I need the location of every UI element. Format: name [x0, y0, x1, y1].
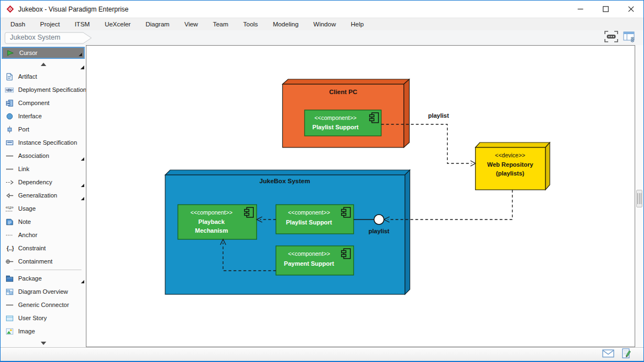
menu-team[interactable]: Team: [208, 21, 238, 28]
toolbox-divider: [14, 270, 81, 270]
status-bar: [1, 347, 643, 361]
usage-icon: «u»: [5, 204, 14, 213]
sidebar-item-link[interactable]: Link: [1, 162, 86, 175]
sidebar-item-usage[interactable]: «u» Usage: [1, 202, 86, 215]
sidebar-item-image[interactable]: Image: [1, 325, 86, 338]
flyout-indicator: [80, 65, 84, 69]
sidebar-item-artifact[interactable]: Artifact: [1, 70, 86, 83]
menu-modeling[interactable]: Modeling: [268, 21, 308, 28]
main-area: Cursor Artifact ‹ds› Deployment Specific…: [1, 45, 643, 347]
menu-itsm[interactable]: ITSM: [69, 21, 99, 28]
sidebar-item-component[interactable]: Component: [1, 96, 86, 109]
svg-text:{..}: {..}: [6, 245, 13, 251]
menu-window[interactable]: Window: [308, 21, 345, 28]
diagram-toolbox: Cursor Artifact ‹ds› Deployment Specific…: [1, 45, 86, 347]
sidebar-item-note[interactable]: Note: [1, 215, 86, 228]
component-playlist-support-client[interactable]: <<component>> Playlist Support: [304, 110, 381, 136]
component-playlist-support[interactable]: <<component>> Playlist Support: [276, 205, 353, 234]
sidebar-item-diagram-overview[interactable]: Diagram Overview: [1, 285, 86, 298]
minimize-button[interactable]: [567, 1, 593, 18]
node-stereotype: <<device>>: [495, 152, 525, 158]
anchor-icon: [5, 231, 14, 239]
node-title: JukeBox System: [259, 178, 310, 184]
component-stereotype: <<component>>: [314, 114, 357, 121]
app-window: Jukebox - Visual Paradigm Enterprise Das…: [0, 0, 644, 362]
sidebar-item-interface[interactable]: Interface: [1, 109, 86, 123]
sidebar-item-cursor[interactable]: Cursor: [2, 47, 85, 59]
diagram-overview-icon: [5, 287, 14, 296]
window-title: Jukebox - Visual Paradigm Enterprise: [18, 6, 129, 13]
maximize-button[interactable]: [593, 1, 618, 18]
sidebar-item-dependency[interactable]: Dependency: [1, 175, 86, 189]
sidebar-item-package[interactable]: Package: [1, 272, 86, 285]
node-client-pc[interactable]: Client PC <<component>> Playlist Support: [282, 79, 409, 147]
sidebar-item-port[interactable]: Port: [1, 123, 86, 136]
flyout-indicator: [81, 184, 84, 187]
fit-to-window-icon[interactable]: [604, 31, 618, 45]
sidebar-item-constraint[interactable]: {..} Constraint: [1, 242, 86, 255]
image-icon: [5, 327, 14, 336]
scroll-up-button[interactable]: [1, 59, 86, 70]
component-name: Playlist Support: [313, 124, 359, 130]
menu-uexceler[interactable]: UeXceler: [99, 21, 140, 28]
sidebar-item-anchor[interactable]: Anchor: [1, 228, 86, 242]
component-name: Playback: [198, 218, 225, 225]
sidebar-item-deployment-specification[interactable]: ‹ds› Deployment Specification: [1, 83, 86, 96]
panel-layout-icon[interactable]: [623, 31, 636, 45]
tab-label: Jukebox System: [10, 34, 61, 41]
tab-jukebox-system[interactable]: Jukebox System: [4, 32, 92, 44]
menu-tools[interactable]: Tools: [238, 21, 268, 28]
interface-icon: [5, 112, 14, 120]
menu-help[interactable]: Help: [345, 21, 373, 28]
deployment-specification-icon: ‹ds›: [5, 85, 14, 94]
component-icon: [5, 98, 14, 107]
node-name-line2: (playlists): [496, 170, 525, 177]
node-name: Web Repository: [487, 161, 533, 168]
edit-log-icon[interactable]: [622, 348, 631, 361]
sidebar-item-generic-connector[interactable]: Generic Connector: [1, 298, 86, 311]
edge-label: playlist: [428, 112, 449, 119]
dependency-icon: [5, 178, 14, 187]
message-icon[interactable]: [602, 349, 614, 360]
port-icon: [5, 125, 14, 134]
containment-icon: [5, 257, 14, 266]
menu-project[interactable]: Project: [35, 21, 69, 28]
tab-bar: Jukebox System: [1, 30, 643, 45]
sidebar-item-generalization[interactable]: Generalization: [1, 189, 86, 202]
component-playback-mechanism[interactable]: <<component>> Playback Mechanism: [178, 205, 256, 239]
scroll-down-button[interactable]: [1, 338, 86, 349]
node-title: Client PC: [329, 89, 357, 95]
note-icon: [5, 217, 14, 226]
svg-text:‹ds›: ‹ds›: [6, 88, 14, 92]
menu-diagram[interactable]: Diagram: [140, 21, 178, 28]
diagram-canvas[interactable]: Client PC <<component>> Playlist Support…: [86, 46, 635, 347]
menu-dash[interactable]: Dash: [5, 21, 35, 28]
svg-text:«u»: «u»: [6, 205, 14, 210]
component-stereotype: <<component>>: [288, 250, 330, 257]
sidebar-item-containment[interactable]: Containment: [1, 255, 86, 268]
interface-label: playlist: [369, 228, 390, 234]
component-stereotype: <<component>>: [288, 209, 330, 216]
node-web-repository[interactable]: <<device>> Web Repository (playlists): [476, 142, 550, 190]
component-name-line2: Mechanism: [195, 227, 228, 234]
constraint-icon: {..}: [5, 244, 14, 253]
panel-grip[interactable]: [636, 190, 642, 207]
menu-bar: Dash Project ITSM UeXceler Diagram View …: [1, 18, 643, 30]
diagram-pane: Client PC <<component>> Playlist Support…: [86, 45, 635, 347]
component-name: Playlist Support: [286, 219, 332, 226]
generalization-icon: [5, 191, 14, 200]
link-icon: [5, 164, 14, 173]
sidebar-item-association[interactable]: Association: [1, 149, 86, 162]
flyout-indicator: [81, 157, 84, 161]
scroll-up-icon: [41, 63, 46, 66]
scroll-down-icon: [41, 342, 46, 345]
visual-paradigm-logo-icon: [6, 5, 14, 13]
generic-connector-icon: [5, 300, 14, 309]
menu-view[interactable]: View: [179, 21, 208, 28]
component-payment-support[interactable]: <<component>> Payment Support: [276, 246, 353, 275]
artifact-icon: [5, 72, 14, 81]
sidebar-item-user-story[interactable]: User Story: [1, 311, 86, 325]
package-icon: [5, 274, 14, 283]
sidebar-item-instance-specification[interactable]: Instance Specification: [1, 136, 86, 149]
close-button[interactable]: [618, 1, 643, 18]
